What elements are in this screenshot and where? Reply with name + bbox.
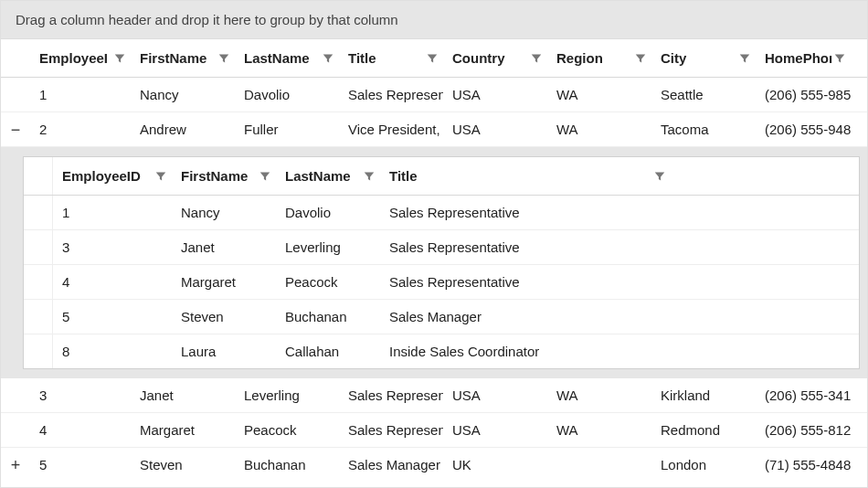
cell-homephone: (206) 555-9857 xyxy=(756,78,851,111)
cell-firstname: Nancy xyxy=(131,78,235,111)
table-row[interactable]: − 2 Andrew Fuller Vice President, USA WA… xyxy=(1,112,867,147)
cell-country: UK xyxy=(443,448,547,482)
column-header-label: Title xyxy=(348,50,376,66)
cell-employeeid: 4 xyxy=(30,413,131,447)
detail-row[interactable]: 8 Laura Callahan Inside Sales Coordinato… xyxy=(24,334,859,368)
column-header-row: EmployeeI FirstName LastName Title Count… xyxy=(1,39,867,78)
column-header-title[interactable]: Title xyxy=(339,39,443,77)
table-row[interactable]: + 5 Steven Buchanan Sales Manager UK Lon… xyxy=(1,448,867,482)
cell-lastname: Leverling xyxy=(276,230,380,264)
column-header-label: LastName xyxy=(285,168,351,184)
cell-firstname: Laura xyxy=(172,334,276,368)
cell-title: Inside Sales Coordinator xyxy=(380,334,859,368)
table-row[interactable]: 1 Nancy Davolio Sales Represent USA WA S… xyxy=(1,78,867,112)
column-header-city[interactable]: City xyxy=(651,39,756,77)
cell-city: Seattle xyxy=(651,78,756,111)
data-grid: Drag a column header and drop it here to… xyxy=(0,0,868,488)
column-header-label: LastName xyxy=(244,50,310,66)
detail-expander-cell xyxy=(24,300,53,334)
column-header-label: EmployeeI xyxy=(39,50,108,66)
detail-expander-header xyxy=(24,157,53,195)
cell-title: Sales Representative xyxy=(380,230,859,264)
filter-icon[interactable] xyxy=(259,171,270,182)
filter-icon[interactable] xyxy=(654,171,665,182)
detail-expander-cell xyxy=(24,334,53,368)
column-header-homephone[interactable]: HomePhoı xyxy=(756,39,851,77)
cell-region xyxy=(547,448,651,482)
filter-icon[interactable] xyxy=(114,53,125,64)
cell-lastname: Buchanan xyxy=(235,448,339,482)
cell-employeeid: 4 xyxy=(53,265,172,299)
table-row[interactable]: 4 Margaret Peacock Sales Represent USA W… xyxy=(1,413,867,448)
cell-homephone: (206) 555-9482 xyxy=(756,112,851,146)
cell-region: WA xyxy=(547,112,651,146)
column-header-label: Country xyxy=(452,50,505,66)
filter-icon[interactable] xyxy=(218,53,229,64)
filter-icon[interactable] xyxy=(427,53,438,64)
cell-region: WA xyxy=(547,378,651,412)
collapse-button[interactable]: − xyxy=(7,122,24,138)
filter-icon[interactable] xyxy=(635,53,646,64)
cell-firstname: Steven xyxy=(172,300,276,334)
column-header-lastname[interactable]: LastName xyxy=(235,39,339,77)
cell-country: USA xyxy=(443,378,547,412)
cell-employeeid: 1 xyxy=(53,196,172,229)
detail-row[interactable]: 5 Steven Buchanan Sales Manager xyxy=(24,300,859,334)
cell-lastname: Davolio xyxy=(276,196,380,229)
detail-column-header-title[interactable]: Title xyxy=(380,157,526,195)
filter-icon[interactable] xyxy=(834,53,845,64)
column-header-employeeid[interactable]: EmployeeI xyxy=(30,39,131,77)
cell-city: Tacoma xyxy=(651,112,756,146)
cell-country: USA xyxy=(443,78,547,111)
detail-expander-cell xyxy=(24,265,53,299)
cell-firstname: Janet xyxy=(172,230,276,264)
detail-row[interactable]: 3 Janet Leverling Sales Representative xyxy=(24,230,859,265)
expand-button[interactable]: + xyxy=(7,457,24,473)
group-panel[interactable]: Drag a column header and drop it here to… xyxy=(1,1,867,39)
cell-city: London xyxy=(651,448,756,482)
cell-firstname: Nancy xyxy=(172,196,276,229)
cell-lastname: Peacock xyxy=(276,265,380,299)
cell-lastname: Buchanan xyxy=(276,300,380,334)
cell-title: Sales Representative xyxy=(380,265,859,299)
expander-header xyxy=(1,39,30,77)
detail-column-header-employeeid[interactable]: EmployeeID xyxy=(53,157,172,195)
detail-column-header-firstname[interactable]: FirstName xyxy=(172,157,276,195)
column-header-country[interactable]: Country xyxy=(443,39,547,77)
detail-row[interactable]: 1 Nancy Davolio Sales Representative xyxy=(24,196,859,230)
cell-title: Sales Represent xyxy=(339,413,443,447)
table-row[interactable]: 3 Janet Leverling Sales Represent USA WA… xyxy=(1,378,867,413)
filter-icon[interactable] xyxy=(739,53,750,64)
filter-icon[interactable] xyxy=(364,171,375,182)
expand-button[interactable] xyxy=(7,422,24,439)
expand-button[interactable] xyxy=(7,87,24,103)
column-header-firstname[interactable]: FirstName xyxy=(131,39,235,77)
expand-button[interactable] xyxy=(7,387,24,404)
column-header-label: FirstName xyxy=(140,50,206,66)
detail-column-header-lastname[interactable]: LastName xyxy=(276,157,380,195)
cell-employeeid: 3 xyxy=(30,378,131,412)
cell-employeeid: 1 xyxy=(30,78,131,111)
column-header-label: City xyxy=(661,50,686,66)
detail-row[interactable]: 4 Margaret Peacock Sales Representative xyxy=(24,265,859,300)
cell-homephone: (71) 555-4848 xyxy=(756,448,851,482)
cell-lastname: Leverling xyxy=(235,378,339,412)
cell-employeeid: 5 xyxy=(30,448,131,482)
cell-homephone: (206) 555-8122 xyxy=(756,413,851,447)
cell-region: WA xyxy=(547,78,651,111)
cell-employeeid: 2 xyxy=(30,112,131,146)
cell-firstname: Margaret xyxy=(172,265,276,299)
cell-lastname: Callahan xyxy=(276,334,380,368)
filter-icon[interactable] xyxy=(531,53,542,64)
filter-icon[interactable] xyxy=(155,171,166,182)
cell-lastname: Fuller xyxy=(235,112,339,146)
detail-expander-cell xyxy=(24,230,53,264)
cell-firstname: Margaret xyxy=(131,413,235,447)
column-header-region[interactable]: Region xyxy=(547,39,651,77)
cell-firstname: Janet xyxy=(131,378,235,412)
cell-title: Vice President, xyxy=(339,112,443,146)
group-panel-label: Drag a column header and drop it here to… xyxy=(16,12,398,27)
detail-expander-cell xyxy=(24,196,53,229)
filter-icon[interactable] xyxy=(323,53,333,64)
cell-country: USA xyxy=(443,413,547,447)
